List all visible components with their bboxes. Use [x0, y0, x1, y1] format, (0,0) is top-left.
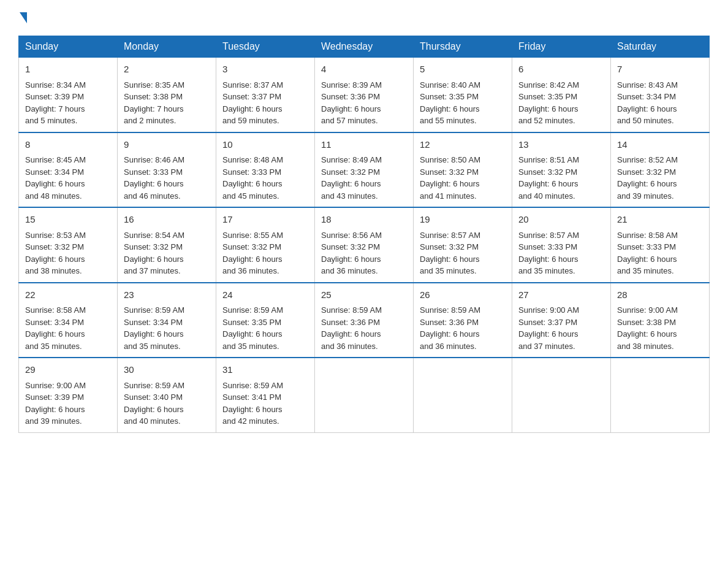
day-number: 26 [420, 288, 506, 302]
day-number: 9 [124, 138, 210, 152]
day-number: 5 [420, 63, 506, 77]
day-header-sunday: Sunday [19, 36, 118, 58]
day-header-friday: Friday [512, 36, 611, 58]
calendar-week-5: 29Sunrise: 9:00 AMSunset: 3:39 PMDayligh… [19, 358, 710, 432]
calendar-week-2: 8Sunrise: 8:45 AMSunset: 3:34 PMDaylight… [19, 132, 710, 208]
day-number: 25 [321, 288, 407, 302]
calendar-day-9: 9Sunrise: 8:46 AMSunset: 3:33 PMDaylight… [118, 132, 216, 208]
day-number: 23 [124, 288, 210, 302]
calendar-day-1: 1Sunrise: 8:34 AMSunset: 3:39 PMDaylight… [19, 58, 118, 132]
calendar-day-21: 21Sunrise: 8:58 AMSunset: 3:33 PMDayligh… [611, 207, 710, 283]
page-header [18, 12, 710, 23]
calendar-day-3: 3Sunrise: 8:37 AMSunset: 3:37 PMDaylight… [216, 58, 315, 132]
day-number: 18 [321, 213, 407, 227]
calendar-day-5: 5Sunrise: 8:40 AMSunset: 3:35 PMDaylight… [414, 58, 512, 132]
calendar-day-17: 17Sunrise: 8:55 AMSunset: 3:32 PMDayligh… [216, 207, 315, 283]
calendar-day-4: 4Sunrise: 8:39 AMSunset: 3:36 PMDaylight… [315, 58, 414, 132]
logo [18, 12, 28, 23]
day-number: 4 [321, 63, 407, 77]
calendar-week-1: 1Sunrise: 8:34 AMSunset: 3:39 PMDaylight… [19, 58, 710, 132]
day-number: 17 [222, 213, 308, 227]
calendar-day-6: 6Sunrise: 8:42 AMSunset: 3:35 PMDaylight… [512, 58, 611, 132]
calendar-week-4: 22Sunrise: 8:58 AMSunset: 3:34 PMDayligh… [19, 283, 710, 358]
calendar-day-11: 11Sunrise: 8:49 AMSunset: 3:32 PMDayligh… [315, 132, 414, 208]
calendar-day-2: 2Sunrise: 8:35 AMSunset: 3:38 PMDaylight… [118, 58, 216, 132]
calendar-day-30: 30Sunrise: 8:59 AMSunset: 3:40 PMDayligh… [118, 358, 216, 432]
calendar-header-row: SundayMondayTuesdayWednesdayThursdayFrid… [19, 36, 710, 58]
calendar-day-24: 24Sunrise: 8:59 AMSunset: 3:35 PMDayligh… [216, 283, 315, 358]
calendar-empty [414, 358, 512, 432]
calendar-day-15: 15Sunrise: 8:53 AMSunset: 3:32 PMDayligh… [19, 207, 118, 283]
day-number: 1 [25, 63, 111, 77]
day-number: 30 [124, 363, 210, 377]
calendar-day-23: 23Sunrise: 8:59 AMSunset: 3:34 PMDayligh… [118, 283, 216, 358]
calendar-day-10: 10Sunrise: 8:48 AMSunset: 3:33 PMDayligh… [216, 132, 315, 208]
day-number: 20 [518, 213, 604, 227]
calendar-day-19: 19Sunrise: 8:57 AMSunset: 3:32 PMDayligh… [414, 207, 512, 283]
day-header-wednesday: Wednesday [315, 36, 414, 58]
day-header-thursday: Thursday [414, 36, 512, 58]
day-number: 27 [518, 288, 604, 302]
day-number: 16 [124, 213, 210, 227]
day-number: 13 [518, 138, 604, 152]
day-number: 14 [617, 138, 703, 152]
calendar-week-3: 15Sunrise: 8:53 AMSunset: 3:32 PMDayligh… [19, 207, 710, 283]
calendar-table: SundayMondayTuesdayWednesdayThursdayFrid… [18, 36, 710, 433]
day-number: 8 [25, 138, 111, 152]
calendar-day-7: 7Sunrise: 8:43 AMSunset: 3:34 PMDaylight… [611, 58, 710, 132]
day-number: 29 [25, 363, 111, 377]
calendar-day-14: 14Sunrise: 8:52 AMSunset: 3:32 PMDayligh… [611, 132, 710, 208]
day-number: 19 [420, 213, 506, 227]
day-number: 15 [25, 213, 111, 227]
calendar-day-31: 31Sunrise: 8:59 AMSunset: 3:41 PMDayligh… [216, 358, 315, 432]
day-number: 3 [222, 63, 308, 77]
day-number: 28 [617, 288, 703, 302]
day-number: 10 [222, 138, 308, 152]
day-number: 21 [617, 213, 703, 227]
calendar-day-28: 28Sunrise: 9:00 AMSunset: 3:38 PMDayligh… [611, 283, 710, 358]
calendar-day-8: 8Sunrise: 8:45 AMSunset: 3:34 PMDaylight… [19, 132, 118, 208]
day-number: 6 [518, 63, 604, 77]
calendar-day-12: 12Sunrise: 8:50 AMSunset: 3:32 PMDayligh… [414, 132, 512, 208]
calendar-day-25: 25Sunrise: 8:59 AMSunset: 3:36 PMDayligh… [315, 283, 414, 358]
calendar-empty [315, 358, 414, 432]
day-header-monday: Monday [118, 36, 216, 58]
day-number: 31 [222, 363, 308, 377]
calendar-day-27: 27Sunrise: 9:00 AMSunset: 3:37 PMDayligh… [512, 283, 611, 358]
day-header-tuesday: Tuesday [216, 36, 315, 58]
day-header-saturday: Saturday [611, 36, 710, 58]
day-number: 11 [321, 138, 407, 152]
day-number: 24 [222, 288, 308, 302]
calendar-day-20: 20Sunrise: 8:57 AMSunset: 3:33 PMDayligh… [512, 207, 611, 283]
calendar-day-13: 13Sunrise: 8:51 AMSunset: 3:32 PMDayligh… [512, 132, 611, 208]
day-number: 22 [25, 288, 111, 302]
calendar-day-26: 26Sunrise: 8:59 AMSunset: 3:36 PMDayligh… [414, 283, 512, 358]
calendar-day-22: 22Sunrise: 8:58 AMSunset: 3:34 PMDayligh… [19, 283, 118, 358]
day-number: 2 [124, 63, 210, 77]
day-number: 12 [420, 138, 506, 152]
calendar-empty [611, 358, 710, 432]
calendar-day-16: 16Sunrise: 8:54 AMSunset: 3:32 PMDayligh… [118, 207, 216, 283]
day-number: 7 [617, 63, 703, 77]
calendar-empty [512, 358, 611, 432]
calendar-day-29: 29Sunrise: 9:00 AMSunset: 3:39 PMDayligh… [19, 358, 118, 432]
logo-arrow-icon [20, 12, 27, 23]
calendar-day-18: 18Sunrise: 8:56 AMSunset: 3:32 PMDayligh… [315, 207, 414, 283]
